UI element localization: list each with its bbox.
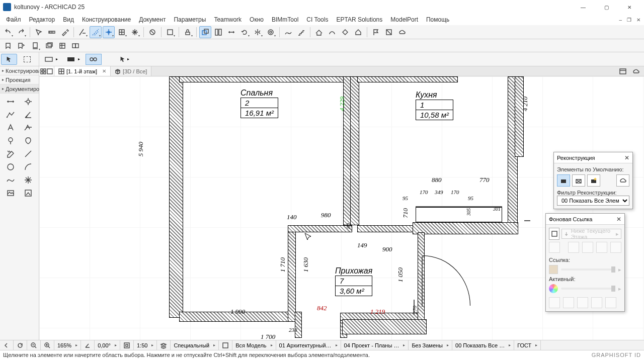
ref-btn-5[interactable]	[610, 242, 621, 253]
nav-layerset[interactable]: Специальный▸	[171, 340, 219, 350]
menu-eptar[interactable]: EPTAR Solutions	[332, 15, 386, 24]
ref-active-slider[interactable]	[561, 288, 615, 290]
recon-new-icon[interactable]	[587, 174, 600, 187]
text-tool[interactable]	[2, 122, 19, 134]
align-button[interactable]	[212, 26, 224, 38]
mirror-button[interactable]	[252, 26, 264, 38]
menu-window[interactable]: Окно	[246, 15, 268, 24]
nav-model-icon[interactable]	[219, 340, 232, 350]
polyline-dim-tool[interactable]	[2, 109, 19, 121]
ref-link-slider[interactable]	[561, 268, 615, 270]
tab-3d[interactable]: [3D / Все]	[111, 66, 151, 76]
nav-scale-icon[interactable]	[120, 340, 134, 350]
maximize-button[interactable]: ▢	[595, 0, 618, 14]
menu-teamwork[interactable]: Teamwork	[210, 15, 246, 24]
nav-std[interactable]: ГОСТ▸	[514, 340, 541, 350]
recon-filter-select[interactable]: 00 Показать Все Элементы	[557, 196, 629, 206]
trace-button[interactable]	[199, 26, 211, 38]
recon-settings-icon[interactable]	[616, 174, 629, 187]
zone-tool[interactable]	[20, 135, 37, 147]
tab-floor-plan[interactable]: [1. 1-й этаж] ✕	[54, 66, 111, 76]
nav-scale[interactable]: 1:50▸	[134, 340, 157, 350]
menu-citools[interactable]: CI Tools	[302, 15, 332, 24]
ref-link-swatch[interactable]	[549, 265, 558, 274]
ctx-btn-1[interactable]: ▸	[41, 54, 61, 65]
renovation-button[interactable]	[69, 40, 82, 52]
menu-options[interactable]: Параметры	[170, 15, 210, 24]
measure-button[interactable]	[46, 26, 58, 38]
nav-zoom-in[interactable]	[41, 340, 54, 350]
cloud-button[interactable]	[396, 26, 408, 38]
morph-button[interactable]	[339, 26, 351, 38]
section-document[interactable]: ▸Документирова	[0, 84, 39, 94]
menu-view[interactable]: Вид	[59, 15, 78, 24]
redo-button[interactable]	[15, 26, 27, 38]
circle-tool[interactable]	[2, 161, 19, 173]
dimension-button[interactable]	[225, 26, 237, 38]
doc-close[interactable]: ✕	[635, 17, 642, 23]
home-button[interactable]	[352, 26, 364, 38]
eyedrop-button[interactable]	[59, 26, 71, 38]
pick-button[interactable]	[33, 26, 45, 38]
menu-bimtool[interactable]: BIMmTool	[268, 15, 302, 24]
layer-button[interactable]	[29, 40, 41, 52]
recon-close-icon[interactable]: ✕	[624, 154, 629, 161]
menu-edit[interactable]: Редактор	[25, 15, 59, 24]
marker-tool[interactable]	[2, 135, 19, 147]
ref-btn-2[interactable]	[568, 242, 579, 253]
nav-history-back[interactable]	[0, 340, 14, 350]
ref-close-icon[interactable]: ✕	[616, 216, 621, 223]
ctx-btn-3[interactable]	[86, 54, 102, 65]
nav-plan[interactable]: 04 Проект - Планы …▸	[341, 340, 409, 350]
section-view[interactable]: ▸Проекция	[0, 75, 39, 84]
cursor-snap-button[interactable]	[76, 26, 89, 38]
suspend-button[interactable]	[146, 26, 158, 38]
spline-button[interactable]	[282, 26, 294, 38]
tab-cloud-icon[interactable]	[630, 65, 642, 77]
section-button[interactable]	[383, 26, 395, 38]
label-tool[interactable]	[20, 122, 37, 134]
section-design[interactable]: ▸Конструирова	[0, 66, 39, 75]
snap-guide-button[interactable]	[103, 26, 115, 38]
guideline-button[interactable]	[90, 26, 102, 38]
undo-button[interactable]	[2, 26, 14, 38]
marquee-tool[interactable]	[19, 54, 35, 65]
recon-demolish-icon[interactable]	[572, 174, 585, 187]
stair-button[interactable]	[295, 26, 307, 38]
menu-modelport[interactable]: ModelPort	[386, 15, 422, 24]
nav-zoom[interactable]: 165%▸	[54, 340, 81, 350]
minimize-button[interactable]: —	[572, 0, 595, 14]
tab-grid-icon[interactable]	[39, 66, 54, 76]
recon-keep-icon[interactable]	[557, 174, 570, 187]
ref-bot-1[interactable]	[549, 297, 560, 308]
brand-label[interactable]: GRAPHISOFT ID	[592, 352, 641, 358]
fill-tool[interactable]	[2, 148, 19, 160]
ref-bot-3[interactable]	[577, 297, 588, 308]
nav-view[interactable]: 01 Архитектурный…▸	[276, 340, 341, 350]
nav-zoom-out[interactable]	[27, 340, 41, 350]
element-button[interactable]	[164, 26, 176, 38]
surface-snap-button[interactable]	[129, 26, 141, 38]
ref-bot-2[interactable]	[563, 297, 574, 308]
ref-bot-5[interactable]	[605, 297, 616, 308]
menu-help[interactable]: Помощь	[422, 15, 453, 24]
ref-btn-4[interactable]	[596, 242, 607, 253]
favorites2-button[interactable]	[15, 40, 27, 52]
ref-active-swatch[interactable]	[549, 284, 558, 293]
doc-restore[interactable]: ❐	[625, 17, 633, 23]
ref-btn-1[interactable]	[549, 242, 560, 253]
ref-toggle-icon[interactable]	[549, 228, 559, 240]
nav-replace[interactable]: Без Замены▸	[409, 340, 452, 350]
menu-document[interactable]: Документ	[135, 15, 170, 24]
level-dim-tool[interactable]	[20, 96, 37, 108]
ref-btn-3[interactable]	[582, 242, 593, 253]
reference-panel[interactable]: Фоновая Ссылка ✕ Ниже Текущего Этажа▸	[545, 213, 625, 312]
spline-tool[interactable]	[2, 174, 19, 186]
nav-model[interactable]: Вся Модель▸	[232, 340, 276, 350]
dimension-tool[interactable]	[2, 96, 19, 108]
reconstruction-panel[interactable]: Реконструкция ✕ Элементы по Умолчанию: Ф…	[553, 152, 633, 209]
ref-bot-4[interactable]	[591, 297, 602, 308]
mvo-button[interactable]	[56, 40, 68, 52]
flag-button[interactable]	[370, 26, 382, 38]
lock-button[interactable]	[182, 26, 194, 38]
